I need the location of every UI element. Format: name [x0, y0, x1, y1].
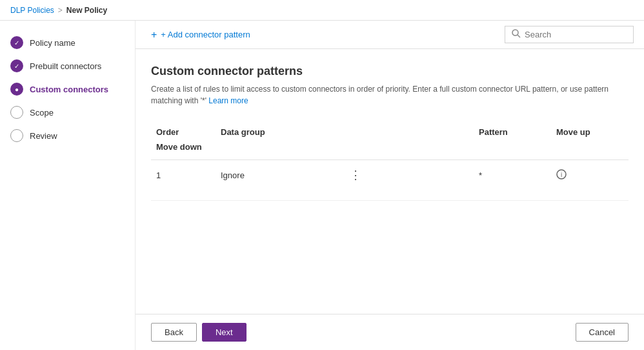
- sidebar: ✓ Policy name ✓ Prebuilt connectors ● Cu…: [0, 21, 136, 350]
- footer-left: Back Next: [151, 323, 247, 342]
- sidebar-label-prebuilt-connectors: Prebuilt connectors: [30, 61, 101, 71]
- col-data-group: Data group: [216, 125, 345, 139]
- plus-icon: +: [151, 29, 157, 41]
- learn-more-link[interactable]: Learn more: [208, 96, 248, 105]
- cancel-button[interactable]: Cancel: [576, 323, 629, 342]
- col-move-up: Move up: [551, 125, 629, 139]
- sidebar-item-prebuilt-connectors[interactable]: ✓ Prebuilt connectors: [0, 54, 135, 77]
- step-icon-scope: [10, 106, 23, 119]
- page-content: Custom connector patterns Create a list …: [136, 49, 644, 314]
- breadcrumb-current: New Policy: [66, 6, 107, 15]
- sidebar-label-scope: Scope: [30, 108, 54, 118]
- add-connector-pattern-button[interactable]: + + Add connector pattern: [146, 26, 256, 43]
- sidebar-label-policy-name: Policy name: [30, 38, 75, 48]
- cell-order: 1: [151, 165, 216, 185]
- back-button[interactable]: Back: [151, 323, 197, 342]
- main-layout: ✓ Policy name ✓ Prebuilt connectors ● Cu…: [0, 21, 644, 350]
- add-btn-label: + Add connector pattern: [161, 30, 250, 39]
- search-box[interactable]: [505, 26, 634, 43]
- toolbar: + + Add connector pattern: [136, 21, 644, 49]
- step-icon-custom-connectors: ●: [10, 83, 23, 96]
- cell-more-menu[interactable]: ⋮: [345, 163, 474, 187]
- col-order: Order: [151, 125, 216, 139]
- sidebar-item-custom-connectors[interactable]: ● Custom connectors: [0, 77, 135, 101]
- cell-pattern: *: [474, 165, 551, 185]
- table-header: Order Data group Pattern Move up Move do…: [151, 119, 629, 160]
- more-icon[interactable]: ⋮: [350, 169, 361, 181]
- sidebar-item-review[interactable]: Review: [0, 124, 135, 147]
- cell-info[interactable]: i: [551, 164, 629, 187]
- svg-line-1: [518, 35, 520, 37]
- page-description: Create a list of rules to limit access t…: [151, 83, 629, 107]
- svg-text:i: i: [561, 171, 562, 178]
- footer: Back Next Cancel: [136, 314, 644, 350]
- cell-data-group: Ignore: [216, 165, 345, 185]
- svg-point-0: [512, 30, 518, 36]
- col-move-down: Move down: [151, 139, 216, 154]
- step-icon-policy-name: ✓: [10, 36, 23, 49]
- search-icon: [512, 29, 521, 40]
- sidebar-item-policy-name[interactable]: ✓ Policy name: [0, 31, 135, 54]
- sidebar-label-review: Review: [30, 131, 57, 141]
- step-icon-review: [10, 129, 23, 142]
- search-input[interactable]: [525, 30, 627, 39]
- table: Order Data group Pattern Move up Move do…: [151, 119, 629, 201]
- top-bar: DLP Policies > New Policy: [0, 0, 644, 21]
- step-icon-prebuilt-connectors: ✓: [10, 59, 23, 72]
- content-area: + + Add connector pattern Custom connect…: [136, 21, 644, 350]
- next-button[interactable]: Next: [202, 323, 247, 342]
- col-empty: [345, 125, 474, 139]
- breadcrumb-separator: >: [58, 6, 63, 15]
- cell-move-down: [151, 187, 216, 198]
- sidebar-label-custom-connectors: Custom connectors: [30, 85, 108, 94]
- breadcrumb-parent[interactable]: DLP Policies: [10, 6, 54, 15]
- sidebar-item-scope[interactable]: Scope: [0, 101, 135, 124]
- info-icon[interactable]: i: [556, 169, 567, 181]
- table-row: 1 Ignore ⋮ * i: [151, 160, 629, 201]
- page-title: Custom connector patterns: [151, 65, 629, 78]
- col-pattern: Pattern: [474, 125, 551, 139]
